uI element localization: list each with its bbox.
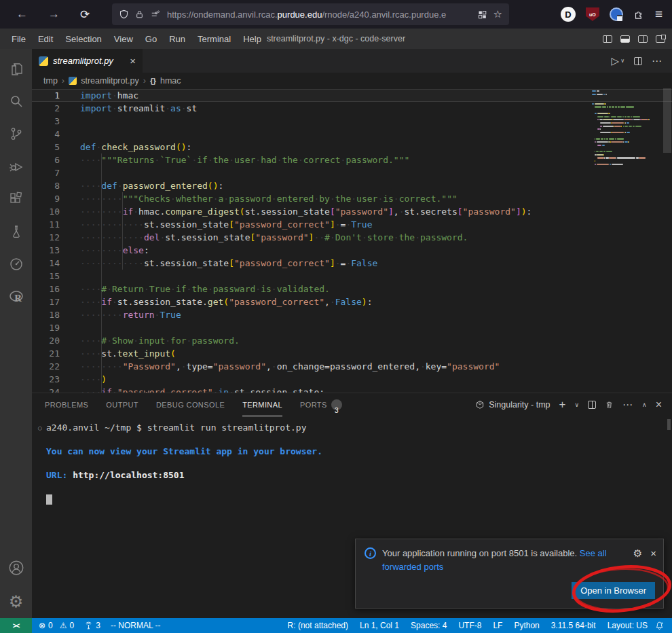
code-line[interactable]: 24····if·"password_correct"·in·st.sessio… — [32, 386, 672, 393]
source-control-icon[interactable] — [0, 117, 32, 150]
notifications-bell-icon[interactable] — [654, 621, 672, 631]
browser-url-bar[interactable]: https://ondemand.anvil.rcac.purdue.edu/r… — [112, 3, 509, 25]
permissions-icon[interactable] — [150, 10, 161, 19]
panel-tab-terminal[interactable]: TERMINAL — [242, 393, 282, 416]
close-panel-icon[interactable]: × — [656, 399, 662, 411]
browser-forward-icon[interactable]: → — [48, 7, 60, 21]
code-line[interactable]: 2import·streamlit·as·st — [32, 102, 672, 115]
code-line[interactable]: 21····st.text_input( — [32, 347, 672, 360]
customize-layout-icon[interactable] — [656, 35, 665, 43]
tab-streamlitprot[interactable]: streamlitprot.py × — [32, 49, 143, 73]
code-line[interactable]: 6····"""Returns·`True`·if·the·user·had·t… — [32, 153, 672, 166]
code-editor[interactable]: 1import·hmac2import·streamlit·as·st345de… — [32, 88, 672, 393]
terminal-output[interactable]: ○a240.anvil ~/tmp $ streamlit run stream… — [32, 416, 672, 505]
panel-tab-problems[interactable]: PROBLEMS — [45, 393, 88, 416]
privacy-extension-icon[interactable] — [610, 7, 623, 21]
maximize-panel-icon[interactable]: ∧ — [642, 401, 647, 408]
status-item-python[interactable]: Python — [514, 621, 539, 630]
code-line[interactable]: 3 — [32, 115, 672, 128]
code-line[interactable]: 14············st.session_state["password… — [32, 257, 672, 270]
code-line[interactable]: 22········"Password",·type="password",·o… — [32, 360, 672, 373]
toggle-sidebar-icon[interactable] — [603, 35, 612, 43]
status-item-layout-us[interactable]: Layout: US — [608, 621, 648, 630]
code-line[interactable]: 17····if·st.session_state.get("password_… — [32, 295, 672, 308]
toggle-secondary-sidebar-icon[interactable] — [638, 35, 648, 43]
code-line[interactable]: 19 — [32, 321, 672, 334]
menu-item-selection[interactable]: Selection — [59, 31, 107, 47]
ublock-origin-icon[interactable]: uO — [586, 7, 599, 21]
scrollbar-thumb[interactable] — [663, 88, 671, 153]
status-item-ln-1-col-1[interactable]: Ln 1, Col 1 — [360, 621, 399, 630]
breadcrumb-file[interactable]: streamlitprot.py — [81, 76, 138, 86]
problems-status[interactable]: ⊗ 0 ⚠ 0 — [39, 621, 74, 630]
tab-grouping-icon[interactable] — [477, 10, 487, 20]
run-dropdown-chevron-icon[interactable]: ∨ — [620, 58, 624, 64]
code-line[interactable]: 4 — [32, 128, 672, 141]
minimap[interactable] — [592, 90, 662, 167]
remote-indicator[interactable]: >< — [0, 618, 32, 633]
status-item-r-not-attached[interactable]: R: (not attached) — [288, 621, 348, 630]
menu-item-view[interactable]: View — [108, 31, 139, 47]
menu-item-go[interactable]: Go — [139, 31, 163, 47]
lock-icon[interactable] — [135, 10, 144, 20]
run-python-file-button[interactable]: ▷ ∨ — [612, 55, 624, 67]
toggle-panel-icon[interactable] — [620, 35, 630, 43]
vim-mode-indicator[interactable]: -- NORMAL -- — [111, 621, 161, 630]
terminal-dropdown-chevron-icon[interactable]: ∨ — [574, 401, 579, 408]
accounts-icon[interactable] — [0, 553, 32, 585]
code-line[interactable]: 7 — [32, 166, 672, 179]
code-line[interactable]: 15 — [32, 270, 672, 283]
code-line[interactable]: 1import·hmac — [32, 89, 672, 102]
run-debug-icon[interactable] — [0, 150, 32, 183]
open-in-browser-button[interactable]: Open in Browser — [572, 582, 655, 599]
menu-item-edit[interactable]: Edit — [32, 31, 59, 47]
code-line[interactable]: 16····#·Return·True·if·the·passward·is·v… — [32, 283, 672, 295]
split-editor-icon[interactable] — [634, 57, 642, 65]
extension-d-icon[interactable]: D — [561, 7, 576, 22]
status-item-spaces-4[interactable]: Spaces: 4 — [411, 621, 447, 630]
notification-settings-gear-icon[interactable]: ⚙ — [633, 547, 642, 560]
search-icon[interactable] — [0, 85, 32, 117]
tab-close-icon[interactable]: × — [130, 55, 136, 67]
browser-menu-icon[interactable]: ≡ — [655, 7, 662, 22]
gauge-icon[interactable] — [0, 248, 32, 281]
panel-tab-debug-console[interactable]: DEBUG CONSOLE — [156, 393, 225, 416]
code-line[interactable]: 8····def·password_entered(): — [32, 179, 672, 192]
code-line[interactable]: 10········if·hmac.compare_digest(st.sess… — [32, 205, 672, 218]
status-item-utf-8[interactable]: UTF-8 — [458, 621, 481, 630]
menu-item-terminal[interactable]: Terminal — [191, 31, 237, 47]
kill-terminal-trash-icon[interactable] — [605, 400, 614, 410]
menu-item-file[interactable]: File — [5, 31, 32, 47]
editor-scrollbar[interactable] — [662, 88, 672, 393]
extensions-puzzle-icon[interactable] — [633, 9, 645, 20]
panel-tab-ports[interactable]: PORTS3 — [300, 393, 342, 416]
status-item-lf[interactable]: LF — [493, 621, 502, 630]
testing-icon[interactable] — [0, 215, 32, 248]
browser-reload-icon[interactable]: ⟳ — [80, 7, 90, 22]
breadcrumb-symbol[interactable]: hmac — [160, 76, 181, 86]
code-line[interactable]: 13········else: — [32, 244, 672, 257]
code-line[interactable]: 18········return·True — [32, 308, 672, 321]
bookmark-star-icon[interactable]: ☆ — [493, 8, 502, 20]
notification-close-icon[interactable]: × — [650, 547, 656, 559]
panel-more-actions-icon[interactable]: ⋯ — [622, 399, 633, 411]
status-item-3-11-5-64-bit[interactable]: 3.11.5 64-bit — [551, 621, 596, 630]
r-language-icon[interactable]: R — [0, 281, 32, 313]
terminal-instance-label[interactable]: Singularity - tmp — [475, 400, 550, 410]
code-line[interactable]: 11············st.session_state["password… — [32, 218, 672, 231]
tracking-shield-icon[interactable] — [119, 9, 129, 20]
code-line[interactable]: 12············del·st.session_state["pass… — [32, 231, 672, 244]
url-text[interactable]: https://ondemand.anvil.rcac.purdue.edu/r… — [167, 10, 471, 20]
breadcrumb-folder[interactable]: tmp — [43, 76, 58, 86]
forwarded-ports-status[interactable]: 3 — [84, 621, 100, 630]
extensions-icon[interactable] — [0, 183, 32, 215]
settings-gear-icon[interactable]: ⚙ — [0, 585, 32, 618]
menu-item-run[interactable]: Run — [163, 31, 191, 47]
browser-back-icon[interactable]: ← — [16, 7, 28, 21]
code-line[interactable]: 20····#·Show·input·for·password. — [32, 334, 672, 347]
explorer-icon[interactable] — [0, 52, 32, 85]
new-terminal-icon[interactable]: + — [559, 398, 566, 412]
code-line[interactable]: 23····) — [32, 373, 672, 386]
editor-more-actions-icon[interactable]: ⋯ — [652, 55, 662, 67]
split-terminal-icon[interactable] — [588, 401, 596, 409]
